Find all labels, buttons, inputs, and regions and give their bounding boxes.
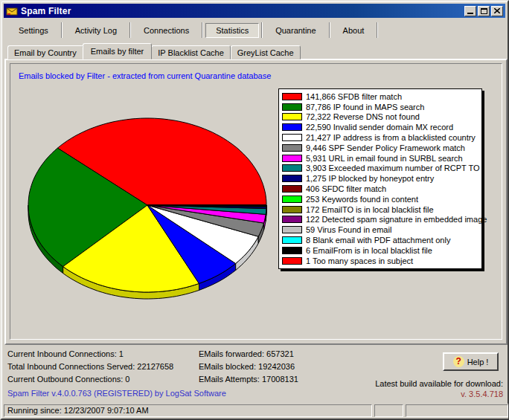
- close-icon: [494, 8, 500, 13]
- legend-item: 8 Blank email with PDF attachment only: [282, 235, 480, 245]
- legend-color-swatch: [282, 216, 302, 223]
- toolbar-separator: [61, 22, 63, 38]
- titlebar: Spam Filter: [4, 4, 505, 18]
- status-bar: Running since: 12/23/2007 9:07:10 AM: [4, 404, 508, 419]
- help-button-label: Help !: [467, 358, 489, 366]
- legend-color-swatch: [282, 206, 302, 213]
- tab-connections[interactable]: Connections: [133, 23, 199, 38]
- toolbar-separator: [377, 22, 378, 38]
- maximize-icon: [481, 8, 487, 14]
- legend-item: 172 EmailTO is in local blacklist file: [282, 204, 480, 215]
- legend-label: 59 Virus Found in email: [306, 225, 391, 234]
- tab-content-panel: Emails blocked by Filter - extracted fro…: [4, 59, 508, 345]
- legend-color-swatch: [282, 103, 302, 111]
- window-title: Spam Filter: [21, 6, 71, 16]
- legend-color-swatch: [282, 247, 302, 254]
- stat-line: EMails forwarded: 657321: [199, 348, 298, 361]
- legend-color-swatch: [282, 144, 302, 152]
- toolbar-separator: [329, 22, 330, 38]
- legend-color-swatch: [282, 155, 302, 162]
- legend-color-swatch: [282, 93, 302, 100]
- legend-label: 406 SFDC filter match: [306, 184, 386, 193]
- legend-color-swatch: [282, 257, 302, 265]
- legend-item: 253 Keywords found in content: [282, 194, 480, 204]
- legend-color-swatch: [282, 236, 302, 244]
- legend-label: 122 Detected spam signature in embedded …: [306, 215, 487, 224]
- legend-item: 141,866 SFDB filter match: [282, 91, 480, 102]
- minimize-icon: [467, 13, 473, 14]
- legend-label: 141,866 SFDB filter match: [306, 92, 402, 101]
- legend-label: 22,590 Invalid sender domain MX record: [306, 123, 453, 132]
- connection-stats: Current Inbound Connections: 1Total Inbo…: [7, 348, 173, 386]
- subtab-greylist-cache[interactable]: GreyList Cache: [231, 45, 301, 59]
- minimize-button[interactable]: [464, 6, 476, 16]
- legend-item: 6 EmailFrom is in local blacklist file: [282, 245, 480, 256]
- legend-item: 406 SFDC filter match: [282, 184, 480, 194]
- help-button[interactable]: ? Help !: [443, 352, 499, 371]
- stat-line: Current Inbound Connections: 1: [7, 348, 173, 361]
- email-stats: EMails forwarded: 657321EMails blocked: …: [199, 348, 298, 386]
- legend-item: 9,446 SPF Sender Policy Framework match: [282, 143, 480, 153]
- toolbar-separator: [129, 22, 131, 38]
- latest-build-label: Latest build available for download:: [375, 379, 503, 388]
- tab-activity-log[interactable]: Activity Log: [65, 23, 127, 38]
- legend-item: 5,931 URL in email found in SURBL search: [282, 153, 480, 164]
- stat-line: EMails blocked: 19242036: [199, 361, 298, 373]
- tab-quarantine[interactable]: Quarantine: [265, 23, 326, 38]
- legend-color-swatch: [282, 185, 302, 193]
- statistics-subtabs: Email by Country Emails by filter IP Bla…: [7, 43, 301, 59]
- subtab-email-by-country[interactable]: Email by Country: [7, 45, 83, 59]
- legend-label: 172 EmailTO is in local blacklist file: [306, 205, 434, 214]
- stat-line: Current Outbound Connections: 0: [7, 373, 173, 386]
- chart-area: Emails blocked by Filter - extracted fro…: [10, 63, 502, 340]
- legend-label: 9,446 SPF Sender Policy Framework match: [306, 143, 465, 152]
- subtab-ip-blacklist-cache[interactable]: IP Blacklist Cache: [151, 45, 230, 59]
- legend-color-swatch: [282, 175, 302, 182]
- main-toolbar: Settings Activity Log Connections Statis…: [4, 21, 505, 39]
- stat-line: EMails Attempts: 17008131: [199, 373, 298, 386]
- legend-item: 72,322 Reverse DNS not found: [282, 112, 480, 123]
- legend-item: 87,786 IP found in MAPS search: [282, 102, 480, 112]
- subtab-emails-by-filter[interactable]: Emails by filter: [83, 43, 153, 59]
- legend-color-swatch: [282, 134, 302, 141]
- legend-label: 253 Keywords found in content: [306, 195, 418, 204]
- tab-settings[interactable]: Settings: [8, 23, 59, 38]
- legend-item: 122 Detected spam signature in embedded …: [282, 215, 480, 225]
- status-panel-2: [374, 404, 403, 417]
- legend-item: 3,903 Exceeded maximum number of RCPT TO: [282, 164, 480, 174]
- legend-label: 5,931 URL in email found in SURBL search: [306, 154, 463, 163]
- latest-build-version: v. 3.5.4.718: [461, 390, 503, 398]
- legend-label: 21,427 IP address is from a blacklisted …: [306, 133, 476, 142]
- legend-color-swatch: [282, 113, 302, 120]
- legend-color-swatch: [282, 164, 302, 172]
- stat-line: Total Inbound Connections Served: 221276…: [7, 361, 173, 373]
- running-since-panel: Running since: 12/23/2007 9:07:10 AM: [4, 404, 372, 417]
- toolbar-separator: [202, 22, 203, 38]
- close-button[interactable]: [491, 6, 503, 16]
- legend-label: 1,275 IP blocked by honeypot entry: [306, 174, 434, 183]
- footer-stats: Current Inbound Connections: 1Total Inbo…: [4, 345, 508, 404]
- chart-legend: 141,866 SFDB filter match87,786 IP found…: [278, 88, 482, 269]
- toolbar-separator: [261, 22, 263, 38]
- help-question-icon: ?: [453, 356, 464, 367]
- legend-label: 3,903 Exceeded maximum number of RCPT TO: [306, 164, 480, 172]
- status-panel-3: [406, 404, 508, 417]
- registration-link[interactable]: Spam Filter v.4.0.0.763 (REGISTERED) by …: [7, 389, 226, 398]
- legend-item: 22,590 Invalid sender domain MX record: [282, 122, 480, 132]
- legend-label: 72,322 Reverse DNS not found: [306, 112, 420, 121]
- legend-label: 8 Blank email with PDF attachment only: [306, 236, 450, 245]
- legend-label: 87,786 IP found in MAPS search: [306, 103, 424, 112]
- window-controls: [464, 6, 503, 16]
- legend-color-swatch: [282, 226, 302, 233]
- tab-about[interactable]: About: [333, 23, 375, 38]
- legend-color-swatch: [282, 123, 302, 131]
- legend-item: 21,427 IP address is from a blacklisted …: [282, 132, 480, 143]
- tab-statistics[interactable]: Statistics: [205, 23, 259, 38]
- envelope-icon: [6, 6, 18, 16]
- legend-item: 1 Too many spaces in subject: [282, 256, 480, 266]
- legend-color-swatch: [282, 196, 302, 203]
- legend-item: 59 Virus Found in email: [282, 224, 480, 235]
- app-window: Spam Filter Settings Activity Log Connec…: [0, 0, 509, 420]
- maximize-button[interactable]: [478, 6, 490, 16]
- legend-label: 1 Too many spaces in subject: [306, 256, 413, 265]
